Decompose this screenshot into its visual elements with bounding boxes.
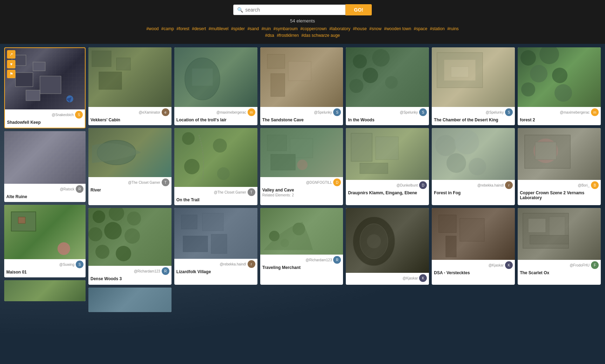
tag-das-schwarze-auge[interactable]: #das schwarze auge <box>301 33 340 38</box>
card-footer: @Ratock R Alte Ruine <box>4 184 86 202</box>
svg-point-23 <box>385 76 398 89</box>
card-vekkers-cabin[interactable]: @eXaminator e Vekkers' Cabin <box>88 47 172 125</box>
avatar: e <box>162 108 169 116</box>
svg-point-22 <box>363 68 378 83</box>
tag-spider[interactable]: #spider <box>231 26 245 31</box>
card-title: Dense Woods 3 <box>90 276 169 282</box>
svg-rect-18 <box>288 61 311 81</box>
card-title: DSA - Verstecktes <box>434 270 513 276</box>
card-title: The Scarlet Ox <box>520 270 599 276</box>
card-title: Maison 01 <box>6 269 83 275</box>
card-title: Lizardfolk Village <box>176 269 255 275</box>
card-title: On the Trail <box>176 197 255 203</box>
svg-rect-52 <box>535 142 556 160</box>
card-footer: @Snakeobich S Shadowfell Keep <box>5 109 85 128</box>
tag-forest[interactable]: #forest <box>176 26 189 31</box>
card-author: @Spelunky S <box>434 108 513 116</box>
card-coast[interactable] <box>88 288 172 312</box>
card-title: Shadowfell Keep <box>7 119 83 126</box>
featured-actions: ↗ ♥ ⚑ <box>7 50 15 78</box>
card-in-the-woods[interactable]: @Spelunky S In the Woods <box>346 47 429 125</box>
svg-point-59 <box>95 245 109 259</box>
card-scarlet-ox[interactable]: @FrodoFHU F The Scarlet Ox <box>518 208 601 285</box>
tag-symbaroum[interactable]: #symbaroum <box>273 26 297 31</box>
svg-rect-12 <box>92 51 111 67</box>
card-footer: @Kjaskar K DSA - Verstecktes <box>432 260 515 278</box>
card-title: In the Woods <box>348 117 427 123</box>
card-sandstone-cave[interactable]: @Spelunky S The Sandstone Cave <box>260 47 343 125</box>
card-author: @maximebergerac m <box>520 108 599 116</box>
card-title: Alte Ruine <box>6 194 83 200</box>
elements-count: 54 elements <box>0 18 605 23</box>
tag-ruin[interactable]: #ruin <box>261 26 271 31</box>
card-author: @The Closet Gamer T <box>90 178 169 186</box>
tag-multilevel[interactable]: #multilevel <box>209 26 229 31</box>
svg-point-30 <box>530 65 547 82</box>
svg-point-56 <box>88 227 102 241</box>
svg-point-53 <box>93 210 105 223</box>
avatar: T <box>162 178 169 186</box>
card-forest-2[interactable]: @maximebergerac m forest 2 <box>518 47 601 125</box>
avatar: r <box>248 260 255 268</box>
svg-rect-39 <box>267 135 287 151</box>
header: 🔍 GO! 54 elements #wood #camp #forest #d… <box>0 0 605 44</box>
tag-snow[interactable]: #snow <box>369 26 382 31</box>
tag-station[interactable]: #station <box>430 26 445 31</box>
svg-point-33 <box>554 84 572 102</box>
author-name: @maximebergerac <box>560 110 590 114</box>
avatar: K <box>505 261 513 269</box>
card-chamber-desert-king[interactable]: @Spelunky S The Chamber of the Desert Ki… <box>432 47 515 125</box>
card-river[interactable]: @The Closet Gamer T River <box>88 128 172 205</box>
card-valley-and-cave[interactable]: @DGNFOGTILL D Valley and Cave Related El… <box>260 128 343 205</box>
card-draupnirs-klamm[interactable]: @Dunkelbunt D Draupnirs Klamm, Eingang, … <box>346 128 429 205</box>
card-on-the-trail[interactable]: @The Closet Gamer T On the Trail <box>174 128 257 205</box>
svg-point-67 <box>281 239 289 247</box>
go-button[interactable]: GO! <box>345 4 371 15</box>
svg-point-54 <box>109 208 124 221</box>
svg-rect-27 <box>451 67 469 77</box>
tag-wood[interactable]: #wood <box>146 26 159 31</box>
tag-camp[interactable]: #camp <box>161 26 174 31</box>
svg-rect-44 <box>376 137 398 160</box>
tag-wooden-town[interactable]: #wooden town <box>384 26 411 31</box>
tag-frostklirren[interactable]: #frostklirren <box>277 33 299 38</box>
tag-sand[interactable]: #sand <box>247 26 259 31</box>
card-forest-in-fog[interactable]: @rebekka.haindl r Forest in Fog <box>432 128 515 205</box>
tag-coppercrown[interactable]: #coppercrown <box>300 26 327 31</box>
flag-button[interactable]: ⚑ <box>7 70 15 78</box>
svg-rect-75 <box>528 218 546 232</box>
card-partial-bottom-left[interactable] <box>4 280 86 301</box>
tag-house[interactable]: #house <box>353 26 367 31</box>
author-name: @rebekka.haindl <box>220 262 246 266</box>
tag-dsa[interactable]: #dsa <box>265 33 274 38</box>
card-kjaskar-dungeon[interactable]: @Kjaskar K <box>346 208 429 285</box>
card-footer: @The Closet Gamer T River <box>88 177 172 195</box>
card-title: Copper Crown Szene 2 Vernams Laboratory <box>520 190 599 201</box>
card-lizardfolk-village[interactable]: @rebekka.haindl r Lizardfolk Village <box>174 208 257 285</box>
card-copper-crown[interactable]: @Bori_ B Copper Crown Szene 2 Vernams La… <box>518 128 601 205</box>
author-name: @FrodoFHU <box>570 263 590 267</box>
card-shadowfell-keep[interactable]: ↗ ♥ ⚑ <box>4 47 86 128</box>
share-button[interactable]: ↗ <box>7 50 15 59</box>
card-dense-woods-3[interactable]: @Richardam123 R Dense Woods 3 <box>88 208 172 285</box>
tag-laboratory[interactable]: #laboratory <box>329 26 350 31</box>
author-name: @Dunkelbunt <box>397 183 418 187</box>
card-footer: @Richardam123 R Dense Woods 3 <box>88 266 172 284</box>
tag-space[interactable]: #space <box>414 26 428 31</box>
svg-point-55 <box>127 211 141 225</box>
card-alte-ruine[interactable]: @Ratock R Alte Ruine <box>4 131 86 202</box>
tag-desert[interactable]: #desert <box>192 26 206 31</box>
avatar: R <box>333 256 341 264</box>
svg-point-37 <box>184 159 200 174</box>
card-troll-lair[interactable]: @maximebergerac m Location of the troll'… <box>174 47 257 125</box>
tag-ruins[interactable]: #ruins <box>447 26 459 31</box>
svg-point-38 <box>217 167 230 180</box>
heart-button[interactable]: ♥ <box>7 60 15 68</box>
card-title: The Chamber of the Desert King <box>434 117 513 123</box>
card-maison-01[interactable]: @Suwing S Maison 01 <box>4 205 86 277</box>
card-title: Valley and Cave <box>262 187 341 193</box>
card-traveling-merchant[interactable]: @Richardam123 R Traveling Merchant <box>260 208 343 285</box>
card-dsa-verstecktes[interactable]: @Kjaskar K DSA - Verstecktes <box>432 208 515 285</box>
svg-point-60 <box>116 246 131 261</box>
search-input[interactable] <box>245 7 342 13</box>
